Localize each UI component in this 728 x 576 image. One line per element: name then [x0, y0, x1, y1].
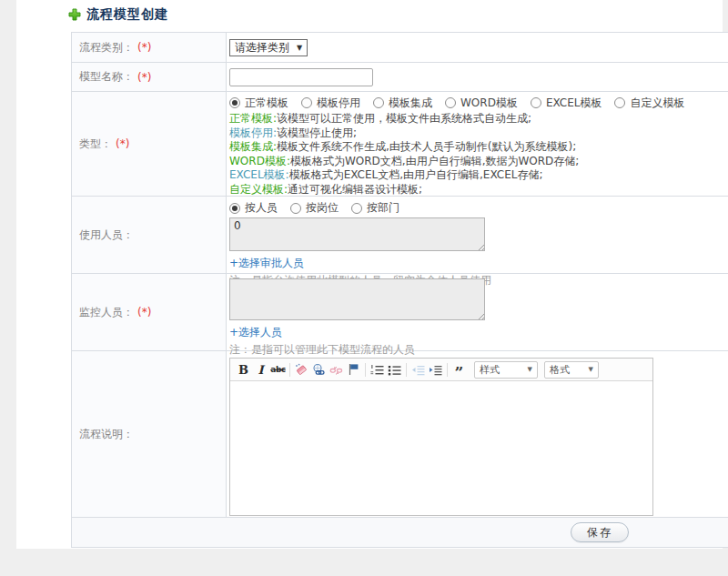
indent-button[interactable] [427, 361, 444, 379]
type-value-cell: 正常模板 模板停用 模板集成 WORD模板 EXCEL模板 自定义模板 正常模板… [227, 92, 728, 196]
radio-excel-template[interactable] [531, 97, 541, 108]
description-label-cell: 流程说明： [72, 351, 227, 517]
strikethrough-button[interactable]: abc [269, 361, 287, 379]
radio-normal-template[interactable] [229, 97, 240, 108]
category-label-cell: 流程类别： (*) [72, 33, 227, 62]
outdent-button[interactable] [410, 361, 427, 379]
required-mark: (*) [116, 137, 129, 150]
description-value-cell: B I abc [227, 351, 728, 517]
radio-custom-template[interactable] [614, 97, 625, 108]
row-category: 流程类别： (*) 请选择类别 ▼ [72, 33, 728, 63]
users-mode-radio-group: 按人员 按岗位 按部门 [229, 201, 728, 215]
radio-template-disabled[interactable] [301, 97, 312, 108]
rich-text-editor: B I abc [229, 358, 653, 516]
unlink-button[interactable] [328, 361, 345, 379]
radio-label[interactable]: 模板集成 [389, 96, 432, 111]
row-model-name: 模型名称： (*) [72, 63, 728, 92]
add-plus-icon [68, 8, 81, 21]
style-dropdown-value: 样式 [480, 363, 500, 377]
process-model-form: 流程类别： (*) 请选择类别 ▼ 模型名称： (*) [71, 32, 728, 548]
category-label: 流程类别： [79, 40, 134, 56]
outdent-icon [411, 364, 425, 376]
users-textarea[interactable]: 0 [229, 217, 485, 251]
editor-content-area[interactable] [230, 381, 652, 515]
anchor-flag-button[interactable] [345, 361, 362, 379]
unlink-icon [329, 363, 343, 377]
category-select-value: 请选择类别 [235, 40, 289, 56]
users-value-cell: 按人员 按岗位 按部门 0 +选择审批人员 注：是指允许使用此模型的人员，留空为… [227, 197, 728, 273]
numbered-list-icon [370, 364, 384, 376]
radio-by-person[interactable] [229, 203, 240, 214]
required-mark: (*) [137, 71, 151, 84]
indent-icon [429, 364, 442, 376]
radio-label[interactable]: 按岗位 [306, 200, 339, 216]
radio-label[interactable]: EXCEL模板 [546, 96, 602, 111]
desc-term: 模板停用: [229, 126, 277, 139]
monitors-textarea-wrap [229, 278, 485, 320]
format-dropdown-value: 格式 [550, 363, 570, 377]
form-footer: 保存 [72, 518, 728, 547]
users-label-cell: 使用人员： [72, 197, 227, 273]
radio-label[interactable]: 自定义模板 [630, 96, 684, 111]
link-icon [312, 363, 326, 377]
style-dropdown[interactable]: 样式 ▼ [474, 361, 538, 379]
radio-template-integrated[interactable] [373, 97, 384, 108]
page: 流程模型创建 流程类别： (*) 请选择类别 ▼ 模型名称： [0, 0, 728, 576]
category-value-cell: 请选择类别 ▼ [227, 33, 728, 62]
users-label: 使用人员： [79, 227, 134, 243]
select-approver-link[interactable]: +选择审批人员 [229, 256, 304, 271]
caret-down-icon: ▼ [589, 366, 593, 373]
desc-term: 自定义模板: [229, 183, 288, 196]
anchor-flag-icon [348, 363, 359, 376]
radio-label[interactable]: 模板停用 [317, 96, 360, 111]
toolbar-separator [365, 363, 366, 377]
model-name-value-cell [227, 63, 728, 91]
italic-button[interactable]: I [252, 361, 269, 379]
page-title: 流程模型创建 [86, 6, 168, 23]
radio-word-template[interactable] [445, 97, 456, 108]
blockquote-icon: ” [455, 368, 464, 377]
row-type: 类型： (*) 正常模板 模板停用 模板集成 WORD模板 EXCEL模 [72, 92, 728, 197]
desc-term: 正常模板: [229, 112, 277, 125]
required-mark: (*) [137, 306, 151, 318]
select-person-link[interactable]: +选择人员 [229, 325, 282, 340]
remove-format-button[interactable] [293, 361, 310, 379]
radio-label[interactable]: 正常模板 [245, 96, 288, 111]
save-button[interactable]: 保存 [571, 522, 629, 542]
users-textarea-wrap: 0 [229, 217, 485, 251]
page-header: 流程模型创建 [68, 6, 168, 23]
type-label-cell: 类型： (*) [72, 92, 227, 196]
bulleted-list-icon [388, 364, 401, 376]
bulleted-list-button[interactable] [386, 361, 403, 379]
italic-icon: I [258, 363, 263, 377]
row-users: 使用人员： 按人员 按岗位 按部门 0 +选择审批人员 [72, 197, 728, 274]
monitors-label: 监控人员： [79, 305, 134, 320]
caret-down-icon: ▼ [297, 44, 302, 52]
type-description: EXCEL模板:模板格式为EXCEL文档,由用户自行编辑,EXCEL存储; [229, 168, 728, 183]
model-name-input[interactable] [229, 68, 373, 86]
radio-label[interactable]: WORD模板 [460, 96, 518, 111]
remove-format-icon [295, 363, 308, 377]
toolbar-separator [406, 363, 407, 377]
toolbar-separator [447, 363, 448, 377]
type-description: 自定义模板:通过可视化编辑器设计模板; [229, 183, 728, 197]
content-panel: 流程模型创建 流程类别： (*) 请选择类别 ▼ 模型名称： [16, 0, 723, 549]
desc-term: EXCEL模板: [229, 168, 289, 181]
editor-toolbar: B I abc [230, 359, 652, 381]
numbered-list-button[interactable] [369, 361, 386, 379]
row-description: 流程说明： B I abc [72, 351, 728, 518]
radio-label[interactable]: 按人员 [245, 200, 278, 216]
blockquote-button[interactable]: ” [450, 361, 468, 379]
row-monitors: 监控人员： (*) +选择人员 注：是指可以管理此下模型流程的人员 [72, 274, 728, 351]
bold-button[interactable]: B [235, 361, 252, 379]
link-button[interactable] [310, 361, 328, 379]
radio-by-post[interactable] [290, 203, 301, 214]
model-name-label: 模型名称： [79, 69, 134, 85]
monitors-textarea[interactable] [229, 278, 485, 320]
category-select[interactable]: 请选择类别 ▼ [229, 39, 308, 56]
type-description: 正常模板:该模型可以正常使用，模板文件由系统格式自动生成; [229, 112, 728, 126]
radio-by-department[interactable] [351, 203, 362, 214]
type-description: 模板集成:模板文件系统不作生成,由技术人员手动制作(默认为系统模板); [229, 140, 728, 155]
radio-label[interactable]: 按部门 [367, 200, 399, 216]
format-dropdown[interactable]: 格式 ▼ [544, 361, 599, 379]
